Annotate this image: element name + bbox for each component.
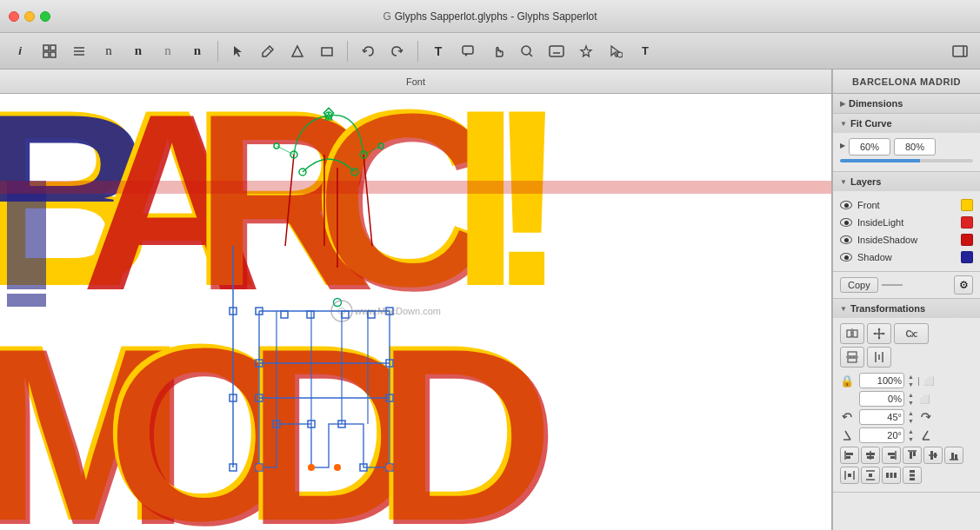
svg-rect-128	[848, 474, 851, 477]
cx-transform-btn[interactable]: Cx:	[894, 323, 929, 344]
fit-curve-slider[interactable]	[840, 159, 973, 162]
align-spread-h-btn[interactable]	[882, 467, 901, 484]
svg-rect-133	[890, 473, 893, 478]
layers-header[interactable]: ▼ Layers	[833, 172, 980, 191]
scale-x-input[interactable]	[859, 373, 904, 388]
align-left-btn[interactable]	[840, 447, 859, 464]
slant-input[interactable]	[859, 427, 904, 443]
layer-color-shadow	[961, 251, 973, 263]
layer-name-insidelight: InsideLight	[857, 217, 956, 228]
layer-row-insideshadow[interactable]: InsideShadow	[840, 231, 973, 248]
star-tool[interactable]	[573, 38, 599, 64]
align-spread-v-btn[interactable]	[903, 467, 922, 484]
align-right-btn[interactable]	[882, 447, 901, 464]
distribute-btn[interactable]	[867, 347, 891, 368]
layer-visibility-insidelight[interactable]	[840, 218, 852, 227]
layer-row-shadow[interactable]: Shadow	[840, 248, 973, 266]
toolbar-sep-3	[417, 41, 418, 62]
hand-tool[interactable]	[484, 38, 510, 64]
align-bottom-btn[interactable]	[944, 447, 963, 464]
scale-y-stepper[interactable]: ▲▼	[908, 391, 914, 407]
align-center-h-btn[interactable]	[861, 447, 880, 464]
move-btn[interactable]	[867, 323, 891, 344]
master-black[interactable]: n	[184, 38, 210, 64]
slant-right-btn[interactable]	[917, 427, 933, 443]
flip-v-btn[interactable]	[840, 347, 864, 368]
layer-color-front	[961, 199, 973, 211]
layer-visibility-shadow[interactable]	[840, 253, 852, 262]
pen-tool[interactable]	[255, 38, 281, 64]
cursor-tool[interactable]	[225, 38, 251, 64]
svg-marker-11	[464, 54, 468, 56]
fit-curve-header[interactable]: ▼ Fit Curve	[833, 114, 980, 133]
toolbar-sep-1	[217, 41, 218, 62]
scale-y-input[interactable]	[859, 391, 904, 407]
keyboard-shortcut-tool[interactable]	[543, 38, 570, 64]
traffic-lights	[9, 11, 50, 22]
align-middle-v-btn[interactable]	[923, 447, 943, 464]
scale-lock-icon[interactable]: 🔒	[840, 374, 854, 388]
sidebar-toggle[interactable]	[947, 38, 973, 64]
layer-row-front[interactable]: Front	[840, 196, 973, 214]
layer-color-insidelight	[961, 216, 973, 229]
master-light[interactable]: n	[155, 38, 181, 64]
close-button[interactable]	[9, 11, 19, 22]
svg-marker-96	[873, 333, 876, 335]
text-tool[interactable]: T	[425, 38, 451, 64]
distribute-v-btn[interactable]	[861, 467, 880, 484]
slant-left-btn[interactable]	[840, 427, 856, 443]
rotate-input[interactable]	[859, 409, 904, 425]
canvas-svg: B B A A R R C C I ! M M	[0, 94, 831, 530]
gear-button[interactable]: ⚙	[954, 275, 973, 295]
svg-point-12	[522, 46, 530, 55]
canvas-area[interactable]: B B A A R R C C I ! M M	[0, 94, 831, 530]
fit-curve-expand[interactable]: ▶	[840, 142, 845, 149]
fit-curve-input-2[interactable]	[894, 138, 936, 156]
master-bold[interactable]: n	[125, 38, 151, 64]
layer-row-insidelight[interactable]: InsideLight	[840, 214, 973, 231]
master-regular[interactable]: n	[96, 38, 122, 64]
svg-rect-109	[846, 453, 853, 455]
dimensions-triangle: ▶	[840, 100, 845, 108]
scale-stepper[interactable]: ▲▼	[908, 373, 914, 388]
fit-curve-input-1[interactable]	[849, 138, 890, 156]
svg-rect-98	[848, 352, 857, 356]
copy-button[interactable]: Copy	[840, 277, 878, 293]
scale-row: 🔒 ▲▼ | ⬜	[840, 373, 973, 388]
select-all-btn[interactable]	[603, 38, 629, 64]
svg-rect-92	[853, 330, 857, 337]
comment-tool[interactable]	[455, 38, 481, 64]
transform-icons-row1: Cx:	[840, 323, 973, 344]
distribute-h-btn[interactable]	[840, 467, 859, 484]
svg-rect-124	[951, 453, 954, 460]
link-icon[interactable]: ⬜	[923, 376, 934, 386]
grid-view-btn[interactable]	[37, 38, 63, 64]
list-view-btn[interactable]	[66, 38, 92, 64]
layer-visibility-insideshadow[interactable]	[840, 235, 852, 244]
rotate-stepper[interactable]: ▲▼	[908, 409, 914, 425]
zoom-tool[interactable]	[514, 38, 540, 64]
font-size-tool[interactable]: T	[632, 38, 658, 64]
undo-btn[interactable]	[355, 38, 381, 64]
svg-rect-2	[43, 52, 49, 57]
info-tool[interactable]: i	[7, 38, 33, 64]
slant-stepper[interactable]: ▲▼	[908, 427, 914, 443]
svg-text:D: D	[377, 295, 558, 530]
align-top-btn[interactable]	[903, 447, 922, 464]
minimize-button[interactable]	[24, 11, 35, 22]
redo-btn[interactable]	[384, 38, 410, 64]
svg-marker-42	[7, 181, 46, 289]
maximize-button[interactable]	[40, 11, 50, 22]
transformations-content: Cx: 🔒 ▲▼ | ⬜	[833, 318, 980, 492]
layer-visibility-front[interactable]	[840, 201, 852, 209]
layer-name-front: Front	[857, 200, 956, 210]
rotate-cw-btn[interactable]	[917, 409, 933, 425]
rotate-ccw-btn[interactable]	[840, 409, 856, 425]
shape-tool[interactable]	[284, 38, 310, 64]
flip-h-btn[interactable]	[840, 323, 864, 344]
svg-rect-3	[50, 52, 56, 57]
dimensions-header[interactable]: ▶ Dimensions	[833, 94, 980, 113]
rectangle-tool[interactable]	[314, 38, 340, 64]
transformations-header[interactable]: ▼ Transformations	[833, 299, 980, 318]
svg-rect-136	[910, 474, 915, 477]
